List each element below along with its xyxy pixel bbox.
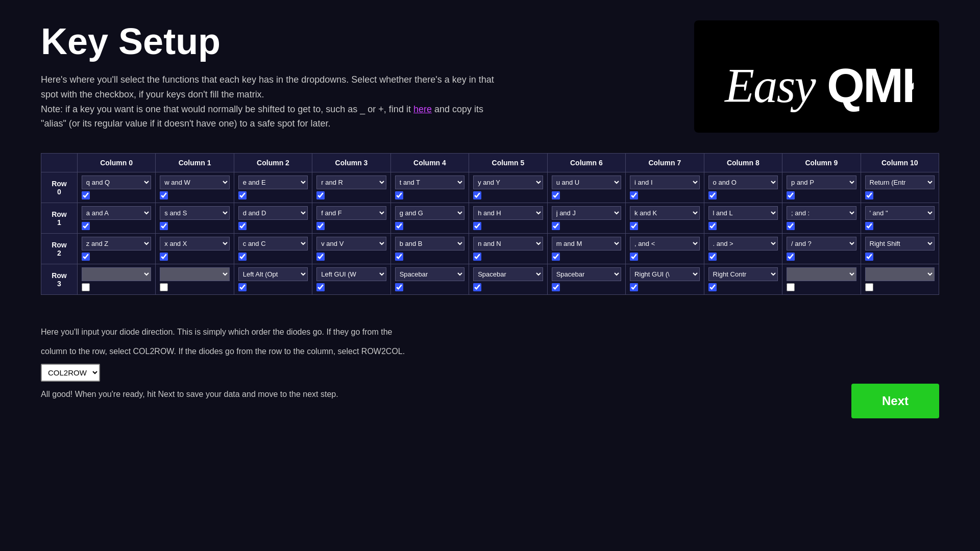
- checkbox-r0-c9[interactable]: [787, 191, 795, 199]
- checkbox-r0-c5[interactable]: [473, 191, 481, 199]
- diode-direction-select[interactable]: COL2ROWROW2COL: [41, 364, 100, 382]
- checkbox-r0-c6[interactable]: [552, 191, 560, 199]
- checkbox-r3-c4[interactable]: [395, 283, 403, 291]
- checkbox-r3-c5[interactable]: [473, 283, 481, 291]
- checkbox-r1-c10[interactable]: [865, 222, 873, 230]
- key-select-r1-c1[interactable]: s and S: [160, 206, 229, 220]
- key-select-r0-c4[interactable]: t and T: [395, 176, 464, 189]
- key-select-r1-c4[interactable]: g and G: [395, 206, 464, 220]
- key-select-r3-c7[interactable]: Right GUI (\: [630, 267, 699, 281]
- key-select-r0-c6[interactable]: u and U: [552, 176, 621, 189]
- checkbox-r2-c10[interactable]: [865, 253, 873, 261]
- key-select-r0-c10[interactable]: Return (Entr: [865, 176, 935, 189]
- checkbox-r1-c7[interactable]: [630, 222, 638, 230]
- checkbox-r2-c6[interactable]: [552, 253, 560, 261]
- checkbox-r2-c0[interactable]: [82, 253, 90, 261]
- cell-r0-c4: t and T: [390, 172, 469, 203]
- checkbox-r3-c6[interactable]: [552, 283, 560, 291]
- here-link[interactable]: here: [413, 104, 432, 114]
- key-select-r3-c3[interactable]: Left GUI (W: [316, 267, 386, 281]
- checkbox-r2-c4[interactable]: [395, 253, 403, 261]
- checkbox-r1-c1[interactable]: [160, 222, 168, 230]
- checkbox-r1-c2[interactable]: [238, 222, 247, 230]
- checkbox-r2-c7[interactable]: [630, 253, 638, 261]
- key-select-r2-c3[interactable]: v and V: [316, 237, 386, 251]
- cell-r2-c8: . and >: [704, 234, 782, 264]
- key-select-r2-c2[interactable]: c and C: [238, 237, 308, 251]
- key-select-r0-c1[interactable]: w and W: [160, 176, 229, 189]
- key-select-r2-c9[interactable]: / and ?: [787, 237, 856, 251]
- key-select-r3-c5[interactable]: Spacebar: [473, 267, 543, 281]
- checkbox-r3-c2[interactable]: [238, 283, 247, 291]
- next-button[interactable]: Next: [851, 384, 939, 418]
- svg-text:Easy: Easy: [724, 59, 817, 113]
- key-select-r1-c6[interactable]: j and J: [552, 206, 621, 220]
- key-select-r0-c0[interactable]: q and Q: [82, 176, 151, 189]
- key-select-r2-c8[interactable]: . and >: [708, 237, 778, 251]
- checkbox-r1-c8[interactable]: [708, 222, 717, 230]
- checkbox-r1-c9[interactable]: [787, 222, 795, 230]
- key-select-r2-c0[interactable]: z and Z: [82, 237, 151, 251]
- key-select-r3-c8[interactable]: Right Contr: [708, 267, 778, 281]
- checkbox-r1-c5[interactable]: [473, 222, 481, 230]
- checkbox-r3-c0[interactable]: [82, 283, 90, 291]
- key-select-r1-c3[interactable]: f and F: [316, 206, 386, 220]
- key-select-r2-c1[interactable]: x and X: [160, 237, 229, 251]
- key-select-r1-c2[interactable]: d and D: [238, 206, 308, 220]
- checkbox-r0-c0[interactable]: [82, 191, 90, 199]
- key-select-r3-c1[interactable]: [160, 267, 229, 281]
- checkbox-r2-c9[interactable]: [787, 253, 795, 261]
- key-select-r1-c10[interactable]: ' and ": [865, 206, 935, 220]
- key-select-r2-c10[interactable]: Right Shift: [865, 237, 935, 251]
- key-select-r2-c4[interactable]: b and B: [395, 237, 464, 251]
- key-select-r1-c7[interactable]: k and K: [630, 206, 699, 220]
- checkbox-r3-c3[interactable]: [316, 283, 325, 291]
- key-select-r0-c7[interactable]: i and I: [630, 176, 699, 189]
- checkbox-r2-c3[interactable]: [316, 253, 325, 261]
- key-select-r1-c9[interactable]: ; and :: [787, 206, 856, 220]
- key-select-r3-c9[interactable]: [787, 267, 856, 281]
- checkbox-r0-c10[interactable]: [865, 191, 873, 199]
- checkbox-r3-c1[interactable]: [160, 283, 168, 291]
- row-header-1: Row 1: [41, 203, 78, 234]
- key-select-r1-c8[interactable]: l and L: [708, 206, 778, 220]
- key-select-r0-c2[interactable]: e and E: [238, 176, 308, 189]
- cell-r2-c1: x and X: [156, 234, 234, 264]
- checkbox-r2-c2[interactable]: [238, 253, 247, 261]
- checkbox-r0-c4[interactable]: [395, 191, 403, 199]
- checkbox-r0-c2[interactable]: [238, 191, 247, 199]
- checkbox-r1-c0[interactable]: [82, 222, 90, 230]
- checkbox-r0-c1[interactable]: [160, 191, 168, 199]
- cell-r1-c4: g and G: [390, 203, 469, 234]
- key-select-r2-c7[interactable]: , and <: [630, 237, 699, 251]
- key-select-r2-c5[interactable]: n and N: [473, 237, 543, 251]
- checkbox-r0-c3[interactable]: [316, 191, 325, 199]
- key-select-r1-c5[interactable]: h and H: [473, 206, 543, 220]
- checkbox-r2-c5[interactable]: [473, 253, 481, 261]
- key-select-r3-c6[interactable]: Spacebar: [552, 267, 621, 281]
- checkbox-r2-c8[interactable]: [708, 253, 717, 261]
- checkbox-r2-c1[interactable]: [160, 253, 168, 261]
- checkbox-r3-c8[interactable]: [708, 283, 717, 291]
- key-select-r3-c0[interactable]: [82, 267, 151, 281]
- checkbox-r3-c9[interactable]: [787, 283, 795, 291]
- checkbox-r0-c8[interactable]: [708, 191, 717, 199]
- key-select-r0-c9[interactable]: p and P: [787, 176, 856, 189]
- key-select-r3-c4[interactable]: Spacebar: [395, 267, 464, 281]
- col-header-10: Column 10: [861, 154, 939, 172]
- checkbox-r0-c7[interactable]: [630, 191, 638, 199]
- key-matrix-table: Column 0Column 1Column 2Column 3Column 4…: [41, 153, 939, 295]
- key-select-r3-c2[interactable]: Left Alt (Opt: [238, 267, 308, 281]
- checkbox-r1-c3[interactable]: [316, 222, 325, 230]
- checkbox-r3-c7[interactable]: [630, 283, 638, 291]
- checkbox-r1-c6[interactable]: [552, 222, 560, 230]
- key-select-r1-c0[interactable]: a and A: [82, 206, 151, 220]
- key-select-r0-c5[interactable]: y and Y: [473, 176, 543, 189]
- checkbox-r1-c4[interactable]: [395, 222, 403, 230]
- key-select-r2-c6[interactable]: m and M: [552, 237, 621, 251]
- key-select-r0-c8[interactable]: o and O: [708, 176, 778, 189]
- key-select-r0-c3[interactable]: r and R: [316, 176, 386, 189]
- key-select-r3-c10[interactable]: [865, 267, 935, 281]
- description: Here's where you'll select the functions…: [41, 72, 500, 131]
- checkbox-r3-c10[interactable]: [865, 283, 873, 291]
